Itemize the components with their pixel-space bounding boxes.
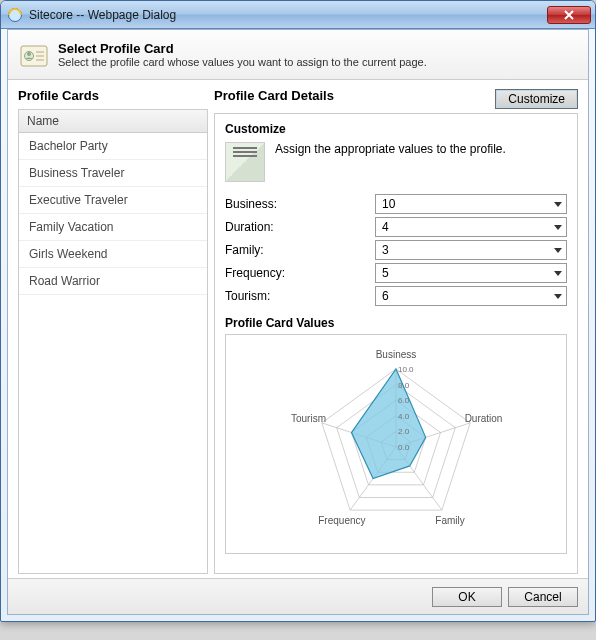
field-value: 4 bbox=[382, 220, 389, 234]
cancel-button[interactable]: Cancel bbox=[508, 587, 578, 607]
svg-text:4.0: 4.0 bbox=[398, 412, 410, 421]
field-value: 10 bbox=[382, 197, 395, 211]
profile-cards-grid: Name Bachelor PartyBusiness TravelerExec… bbox=[18, 109, 208, 574]
field-value: 6 bbox=[382, 289, 389, 303]
svg-point-3 bbox=[27, 52, 31, 56]
close-button[interactable] bbox=[547, 6, 591, 24]
profile-card-row[interactable]: Family Vacation bbox=[19, 214, 207, 241]
field-value: 3 bbox=[382, 243, 389, 257]
svg-text:6.0: 6.0 bbox=[398, 396, 410, 405]
chevron-down-icon bbox=[554, 248, 562, 253]
svg-text:10.0: 10.0 bbox=[398, 365, 414, 374]
field-select[interactable]: 6 bbox=[375, 286, 567, 306]
field-label: Duration: bbox=[225, 220, 375, 234]
svg-text:Frequency: Frequency bbox=[318, 515, 365, 526]
chevron-down-icon bbox=[554, 294, 562, 299]
window-title: Sitecore -- Webpage Dialog bbox=[29, 8, 547, 22]
profile-field-row: Business:10 bbox=[225, 194, 567, 214]
chevron-down-icon bbox=[554, 225, 562, 230]
customize-desc: Assign the appropriate values to the pro… bbox=[275, 142, 506, 156]
field-select[interactable]: 3 bbox=[375, 240, 567, 260]
profile-card-row[interactable]: Executive Traveler bbox=[19, 187, 207, 214]
customize-button[interactable]: Customize bbox=[495, 89, 578, 109]
profile-field-row: Duration:4 bbox=[225, 217, 567, 237]
customize-heading: Customize bbox=[225, 122, 567, 136]
profile-card-row[interactable]: Girls Weekend bbox=[19, 241, 207, 268]
dialog-header: Select Profile Card Select the profile c… bbox=[8, 30, 588, 80]
dialog-window: Sitecore -- Webpage Dialog Sele bbox=[0, 0, 596, 622]
field-select[interactable]: 4 bbox=[375, 217, 567, 237]
field-select[interactable]: 10 bbox=[375, 194, 567, 214]
field-label: Frequency: bbox=[225, 266, 375, 280]
dialog-title: Select Profile Card bbox=[58, 41, 427, 56]
details-heading: Profile Card Details bbox=[214, 88, 334, 103]
svg-text:0.0: 0.0 bbox=[398, 443, 410, 452]
dialog-footer: OK Cancel bbox=[8, 578, 588, 614]
details-panel: Customize Assign the appropriate values … bbox=[214, 113, 578, 574]
ie-favicon bbox=[7, 7, 23, 23]
close-icon bbox=[564, 10, 574, 20]
profile-field-row: Family:3 bbox=[225, 240, 567, 260]
titlebar[interactable]: Sitecore -- Webpage Dialog bbox=[1, 1, 595, 29]
ok-button[interactable]: OK bbox=[432, 587, 502, 607]
svg-text:Family: Family bbox=[435, 515, 464, 526]
field-label: Family: bbox=[225, 243, 375, 257]
profile-card-row[interactable]: Bachelor Party bbox=[19, 133, 207, 160]
values-heading: Profile Card Values bbox=[225, 316, 567, 330]
client-area: Select Profile Card Select the profile c… bbox=[7, 29, 589, 615]
profile-cards-heading: Profile Cards bbox=[18, 88, 208, 103]
field-label: Tourism: bbox=[225, 289, 375, 303]
svg-text:Business: Business bbox=[376, 349, 417, 360]
profile-field-row: Tourism:6 bbox=[225, 286, 567, 306]
field-select[interactable]: 5 bbox=[375, 263, 567, 283]
field-label: Business: bbox=[225, 197, 375, 211]
chevron-down-icon bbox=[554, 271, 562, 276]
chevron-down-icon bbox=[554, 202, 562, 207]
svg-text:Duration: Duration bbox=[465, 413, 503, 424]
field-value: 5 bbox=[382, 266, 389, 280]
svg-text:Tourism: Tourism bbox=[291, 413, 326, 424]
svg-text:2.0: 2.0 bbox=[398, 427, 410, 436]
profile-thumb-icon bbox=[225, 142, 265, 182]
grid-column-name: Name bbox=[19, 110, 207, 133]
profile-card-row[interactable]: Business Traveler bbox=[19, 160, 207, 187]
profile-card-icon bbox=[18, 40, 50, 72]
dialog-subtitle: Select the profile card whose values you… bbox=[58, 56, 427, 68]
profile-field-row: Frequency:5 bbox=[225, 263, 567, 283]
radar-chart: BusinessDurationFamilyFrequencyTourism0.… bbox=[225, 334, 567, 554]
svg-text:8.0: 8.0 bbox=[398, 381, 410, 390]
profile-card-row[interactable]: Road Warrior bbox=[19, 268, 207, 295]
